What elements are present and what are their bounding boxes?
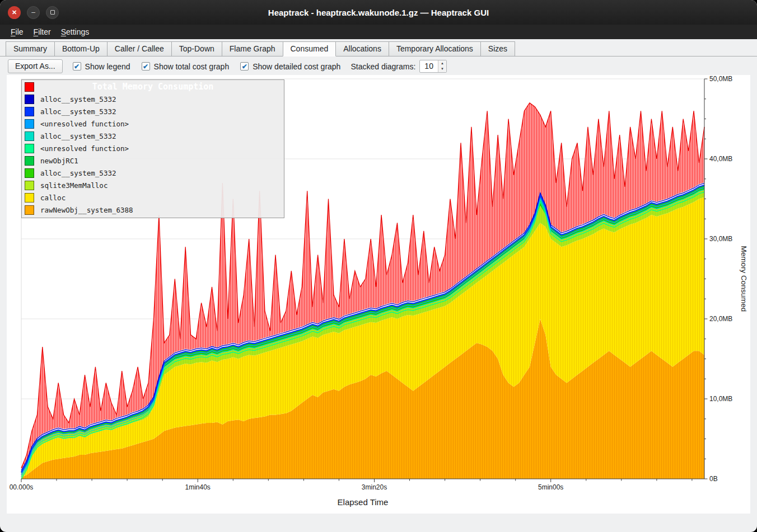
legend-entry-label: alloc__system_5332	[40, 132, 116, 140]
checkbox-check-icon: ✔	[73, 62, 81, 70]
close-button[interactable]: ✕	[8, 6, 21, 19]
checkbox-label: Show total cost graph	[154, 62, 230, 71]
svg-text:20,0MB: 20,0MB	[709, 315, 732, 323]
checkbox-check-icon: ✔	[240, 62, 249, 70]
legend-entry-label: <unresolved function>	[40, 120, 129, 128]
legend-entry: calloc	[22, 191, 284, 204]
legend-entry: rawNewObj__system_6388	[22, 204, 284, 216]
menu-settings[interactable]: Settings	[56, 26, 95, 38]
stacked-diagrams-control: Stacked diagrams: 10 ▲ ▼	[351, 60, 446, 73]
legend-entry-label: alloc__system_5332	[40, 107, 116, 116]
minimize-icon: –	[31, 9, 35, 16]
legend-swatch	[25, 119, 34, 129]
export-as-button[interactable]: Export As...	[8, 59, 63, 73]
stacked-diagrams-label: Stacked diagrams:	[351, 62, 415, 71]
svg-text:1min40s: 1min40s	[185, 483, 211, 491]
x-axis: 00.000s1min40s3min20s5min00sElapsed Time	[10, 479, 704, 507]
legend-swatch	[25, 107, 34, 116]
titlebar: ✕ – Heaptrack - heaptrack.wakunode.1.gz …	[0, 0, 757, 25]
legend-entry: alloc__system_5332	[22, 130, 284, 142]
tab-top-down[interactable]: Top-Down	[171, 41, 222, 57]
spinbox-value: 10	[420, 60, 438, 72]
legend-entry-label: alloc__system_5332	[40, 95, 116, 103]
svg-text:5min00s: 5min00s	[538, 483, 563, 491]
tab-allocations[interactable]: Allocations	[335, 41, 389, 57]
spin-up-icon[interactable]: ▲	[438, 61, 446, 66]
window-title: Heaptrack - heaptrack.wakunode.1.gz — He…	[0, 8, 757, 17]
legend-swatch	[25, 95, 34, 104]
spinbox-arrows[interactable]: ▲ ▼	[438, 60, 446, 72]
heaptrack-window: ✕ – Heaptrack - heaptrack.wakunode.1.gz …	[0, 0, 757, 532]
legend-title-row: Total Memory Consumption	[22, 81, 284, 93]
menubar: FileFilterSettings	[0, 25, 757, 39]
maximize-icon	[50, 10, 55, 15]
legend-title: Total Memory Consumption	[22, 82, 284, 92]
svg-text:00.000s: 00.000s	[10, 483, 34, 491]
svg-text:30,0MB: 30,0MB	[709, 235, 732, 243]
legend-entry-label: sqlite3MemMalloc	[40, 181, 108, 190]
tab-bar: SummaryBottom-UpCaller / CalleeTop-DownF…	[0, 39, 757, 57]
legend-entry: sqlite3MemMalloc	[22, 179, 284, 191]
y-axis: 0B10,0MB20,0MB30,0MB40,0MB50,0MBMemory C…	[704, 75, 748, 483]
memory-chart-area: 00.000s1min40s3min20s5min00sElapsed Time…	[7, 75, 750, 514]
toolbar: Export As... ✔Show legend✔Show total cos…	[0, 57, 757, 76]
checkbox-show-legend[interactable]: ✔Show legend	[73, 62, 130, 71]
checkbox-group: ✔Show legend✔Show total cost graph✔Show …	[73, 62, 341, 71]
legend-entry: <unresolved function>	[22, 142, 284, 154]
legend-entry-label: calloc	[40, 194, 66, 202]
tab-summary[interactable]: Summary	[6, 41, 55, 57]
legend-entry: <unresolved function>	[22, 117, 284, 130]
tab-sizes[interactable]: Sizes	[480, 41, 515, 57]
legend-entry: alloc__system_5332	[22, 167, 284, 179]
legend-entry-label: rawNewObj__system_6388	[40, 206, 133, 214]
maximize-button[interactable]	[46, 6, 59, 19]
menu-file[interactable]: File	[6, 26, 29, 38]
legend-entry-label: newObjRC1	[40, 157, 78, 165]
legend-swatch	[25, 131, 34, 141]
stacked-diagrams-spinbox[interactable]: 10 ▲ ▼	[419, 60, 447, 73]
svg-text:0B: 0B	[709, 475, 718, 483]
tab-consumed[interactable]: Consumed	[283, 41, 337, 57]
checkbox-label: Show detailed cost graph	[253, 62, 340, 71]
spin-down-icon[interactable]: ▼	[438, 67, 446, 72]
minimize-button[interactable]: –	[27, 6, 40, 19]
svg-text:10,0MB: 10,0MB	[709, 395, 732, 403]
legend-swatch	[25, 156, 34, 166]
legend-entry-label: alloc__system_5332	[40, 169, 116, 177]
legend-swatch	[25, 205, 34, 215]
window-controls: ✕ –	[8, 0, 59, 25]
x-axis-title: Elapsed Time	[338, 497, 389, 507]
legend-entry: alloc__system_5332	[22, 105, 284, 117]
legend-swatch	[25, 193, 34, 203]
svg-text:3min20s: 3min20s	[362, 483, 387, 491]
legend-swatch	[25, 144, 34, 153]
chart-legend: Total Memory Consumptionalloc__system_53…	[21, 79, 284, 218]
legend-entry: newObjRC1	[22, 154, 284, 167]
y-axis-title: Memory Consumed	[740, 246, 748, 312]
checkbox-show-total-cost-graph[interactable]: ✔Show total cost graph	[142, 62, 230, 71]
legend-swatch	[25, 168, 34, 178]
stacked-areas	[21, 185, 704, 479]
legend-swatch	[25, 181, 34, 190]
close-icon: ✕	[12, 10, 17, 16]
svg-text:50,0MB: 50,0MB	[709, 75, 732, 83]
checkbox-check-icon: ✔	[142, 62, 150, 70]
tab-temporary-allocations[interactable]: Temporary Allocations	[389, 41, 481, 57]
menu-filter[interactable]: Filter	[29, 26, 56, 38]
checkbox-label: Show legend	[85, 62, 130, 71]
legend-entry: alloc__system_5332	[22, 93, 284, 105]
svg-text:40,0MB: 40,0MB	[709, 155, 732, 163]
legend-entry-label: <unresolved function>	[40, 144, 129, 153]
checkbox-show-detailed-cost-graph[interactable]: ✔Show detailed cost graph	[240, 62, 340, 71]
tab-caller-callee[interactable]: Caller / Callee	[107, 41, 172, 57]
tab-bottom-up[interactable]: Bottom-Up	[54, 41, 108, 57]
tab-flame-graph[interactable]: Flame Graph	[222, 41, 283, 57]
